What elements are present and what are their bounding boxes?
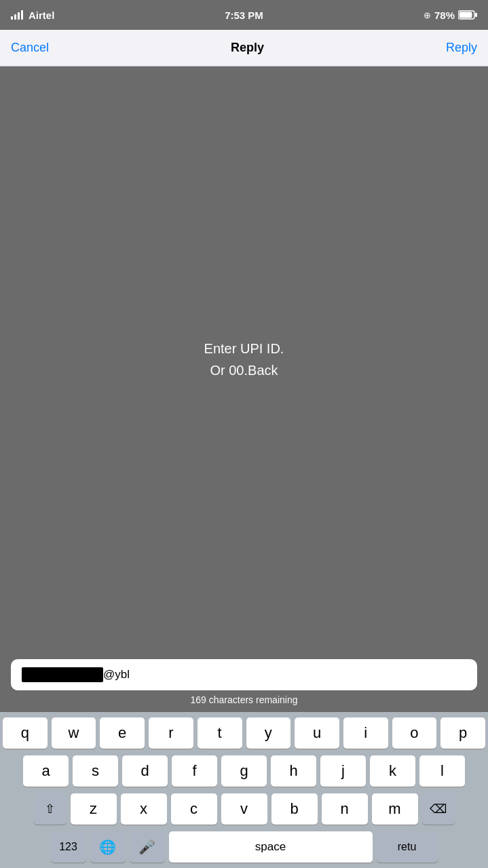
key-m[interactable]: m bbox=[372, 793, 418, 825]
prompt-line2: Or 00.Back bbox=[204, 359, 284, 381]
key-f[interactable]: f bbox=[172, 755, 217, 787]
reply-button[interactable]: Reply bbox=[446, 41, 477, 55]
status-bar: Airtel 7:53 PM ⊕ 78% bbox=[0, 0, 488, 30]
numbers-key[interactable]: 123 bbox=[51, 831, 86, 863]
keyboard-row-3: ⇧ z x c v b n m ⌫ bbox=[3, 793, 485, 825]
shift-key[interactable]: ⇧ bbox=[34, 793, 67, 825]
return-key[interactable]: retu bbox=[377, 831, 438, 863]
keyboard-row-1: q w e r t y u i o p bbox=[3, 717, 485, 749]
key-q[interactable]: q bbox=[3, 717, 48, 749]
key-p[interactable]: p bbox=[440, 717, 485, 749]
key-h[interactable]: h bbox=[271, 755, 316, 787]
key-v[interactable]: v bbox=[221, 793, 267, 825]
key-y[interactable]: y bbox=[246, 717, 291, 749]
key-g[interactable]: g bbox=[221, 755, 267, 787]
key-c[interactable]: c bbox=[171, 793, 217, 825]
input-redacted-block bbox=[22, 667, 103, 682]
key-a[interactable]: a bbox=[23, 755, 69, 787]
nav-title: Reply bbox=[231, 41, 264, 55]
svg-rect-1 bbox=[475, 13, 477, 17]
key-r[interactable]: r bbox=[149, 717, 193, 749]
key-l[interactable]: l bbox=[419, 755, 465, 787]
input-visible-text: @ybl bbox=[103, 668, 130, 682]
key-e[interactable]: e bbox=[100, 717, 145, 749]
status-bar-right: ⊕ 78% bbox=[424, 9, 477, 21]
key-o[interactable]: o bbox=[392, 717, 437, 749]
battery-icon bbox=[458, 10, 477, 20]
key-b[interactable]: b bbox=[271, 793, 318, 825]
input-area: @ybl 169 characters remaining bbox=[0, 652, 488, 712]
key-j[interactable]: j bbox=[320, 755, 366, 787]
key-z[interactable]: z bbox=[71, 793, 117, 825]
status-time: 7:53 PM bbox=[225, 9, 263, 21]
key-k[interactable]: k bbox=[370, 755, 415, 787]
key-t[interactable]: t bbox=[198, 717, 242, 749]
prompt-text: Enter UPI ID. Or 00.Back bbox=[204, 338, 284, 381]
reply-input-wrapper[interactable]: @ybl bbox=[11, 659, 477, 690]
key-s[interactable]: s bbox=[73, 755, 118, 787]
key-x[interactable]: x bbox=[121, 793, 167, 825]
key-u[interactable]: u bbox=[295, 717, 339, 749]
signal-icon bbox=[11, 10, 23, 20]
keyboard: q w e r t y u i o p a s d f g h j k l ⇧ … bbox=[0, 712, 488, 868]
key-n[interactable]: n bbox=[322, 793, 368, 825]
nav-bar: Cancel Reply Reply bbox=[0, 30, 488, 66]
keyboard-row-4: 123 🌐 🎤 space retu bbox=[3, 831, 485, 863]
prompt-line1: Enter UPI ID. bbox=[204, 338, 284, 359]
carrier-label: Airtel bbox=[29, 9, 54, 21]
space-key[interactable]: space bbox=[169, 831, 373, 863]
keyboard-row-2: a s d f g h j k l bbox=[3, 755, 485, 787]
char-remaining: 169 characters remaining bbox=[11, 694, 477, 708]
battery-percent: 78% bbox=[434, 9, 455, 21]
svg-rect-2 bbox=[459, 12, 472, 18]
mic-key[interactable]: 🎤 bbox=[130, 831, 165, 863]
globe-key[interactable]: 🌐 bbox=[90, 831, 126, 863]
key-i[interactable]: i bbox=[343, 717, 388, 749]
cancel-button[interactable]: Cancel bbox=[11, 41, 49, 55]
key-w[interactable]: w bbox=[52, 717, 96, 749]
status-bar-left: Airtel bbox=[11, 9, 54, 21]
backspace-key[interactable]: ⌫ bbox=[422, 793, 455, 825]
main-content: Enter UPI ID. Or 00.Back bbox=[0, 66, 488, 652]
key-d[interactable]: d bbox=[122, 755, 168, 787]
location-icon: ⊕ bbox=[424, 10, 431, 20]
